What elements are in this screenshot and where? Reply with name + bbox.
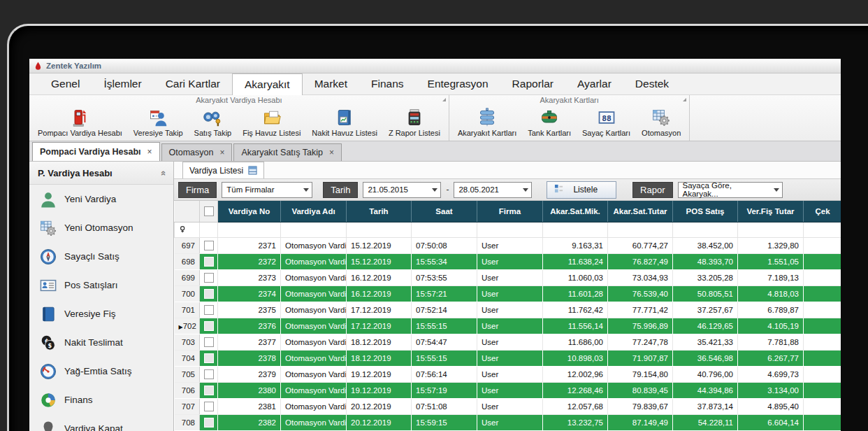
column-header-akar-sat-tutar[interactable]: Akar.Sat.Tutar	[608, 201, 673, 222]
table-row[interactable]: 7082382Otomasyon Vardiya20.12.201915:59:…	[175, 415, 841, 431]
filter-cell[interactable]	[543, 222, 608, 238]
filter-cell[interactable]	[738, 222, 804, 238]
filter-cell[interactable]	[218, 222, 281, 238]
select-all-checkbox[interactable]	[204, 206, 214, 216]
column-header-saat[interactable]: Saat	[412, 201, 477, 222]
table-row[interactable]: 6982372Otomasyon Vardiya15.12.201915:55:…	[175, 254, 841, 270]
veresiye-takip-button[interactable]: Veresiye Takip	[128, 106, 189, 141]
doc-tab-pompaci-vardiya-hesabi[interactable]: Pompaci Vardiya Hesabı×	[32, 142, 160, 161]
row-select-cell[interactable]	[200, 286, 218, 302]
filter-cell[interactable]	[347, 222, 412, 238]
column-header-vardiya-adi[interactable]: Vardiya Adı	[281, 201, 347, 222]
row-checkbox[interactable]	[204, 386, 214, 395]
sidebar-item-finans[interactable]: Finans	[29, 386, 173, 414]
row-select-cell[interactable]	[200, 302, 218, 318]
row-select-cell[interactable]	[200, 270, 218, 286]
column-header-tarih[interactable]: Tarih	[347, 201, 412, 222]
table-row[interactable]: 7042378Otomasyon Vardiya18.12.201915:55:…	[175, 351, 841, 367]
row-select-cell[interactable]	[200, 383, 218, 399]
table-row[interactable]: 7032377Otomasyon Vardiya18.12.201907:54:…	[175, 334, 841, 351]
collapse-icon[interactable]: «	[159, 170, 169, 175]
row-select-cell[interactable]	[200, 318, 218, 334]
table-row[interactable]: 7052379Otomasyon Vardiya19.12.201907:56:…	[175, 367, 841, 383]
row-checkbox[interactable]	[204, 257, 214, 267]
z-rapor-listesi-button[interactable]: Z Rapor Listesi	[383, 106, 446, 141]
filter-cell[interactable]	[673, 222, 738, 238]
sidebar-item-veresiye-fis[interactable]: Veresiye Fiş	[29, 299, 173, 328]
table-row[interactable]: 6992373Otomasyon Vardiya16.12.201907:53:…	[175, 270, 841, 286]
row-select-cell[interactable]	[200, 254, 218, 270]
table-row[interactable]: 7062380Otomasyon Vardiya19.12.201915:57:…	[175, 383, 841, 399]
row-checkbox[interactable]	[204, 369, 214, 379]
table-row[interactable]: 7072381Otomasyon Vardiya20.12.201907:51:…	[175, 399, 841, 415]
column-header-ver-fis-tutar[interactable]: Ver.Fiş Tutar	[738, 201, 804, 222]
row-select-cell[interactable]	[200, 351, 218, 367]
menu-item-entegrasyon[interactable]: Entegrasyon	[416, 73, 500, 94]
row-checkbox[interactable]	[204, 402, 214, 411]
select-all-header[interactable]	[200, 201, 218, 222]
rapor-select[interactable]: Sayaça Göre, Akaryak...	[678, 182, 783, 198]
row-checkbox[interactable]	[204, 321, 214, 331]
otomasyon-button[interactable]: Otomasyon	[636, 106, 686, 141]
row-checkbox[interactable]	[204, 418, 214, 428]
filter-cell[interactable]	[412, 222, 477, 238]
filter-cell[interactable]	[608, 222, 673, 238]
column-header-vardiya-no[interactable]: Vardiya No	[218, 201, 281, 222]
table-row[interactable]: ▶7022376Otomasyon Vardiya17.12.201915:55…	[175, 318, 841, 334]
sayac-kartlari-button[interactable]: 88Sayaç Kartları	[577, 106, 636, 141]
filter-cell[interactable]	[200, 222, 218, 238]
row-checkbox[interactable]	[204, 289, 214, 299]
row-checkbox[interactable]	[204, 241, 214, 250]
column-header-akar-sat-mik[interactable]: Akar.Sat.Mik.	[543, 201, 608, 222]
firma-select[interactable]: Tüm Firmalar	[222, 182, 312, 198]
menu-item-finans[interactable]: Finans	[359, 73, 416, 94]
sidebar-item-vardiya-kapat[interactable]: Vardiya Kapat	[29, 414, 173, 431]
row-checkbox[interactable]	[204, 353, 214, 363]
filter-cell[interactable]	[804, 222, 841, 238]
sidebar-item-pos-satislari[interactable]: Pos Satışları	[29, 271, 173, 299]
auto-filter-row[interactable]	[175, 222, 841, 238]
menu-item-destek[interactable]: Destek	[623, 73, 681, 94]
table-row[interactable]: 7002374Otomasyon Vardiya16.12.201915:57:…	[175, 286, 841, 302]
menu-item-genel[interactable]: Genel	[39, 73, 92, 94]
menu-item-raporlar[interactable]: Raporlar	[500, 73, 565, 94]
row-select-cell[interactable]	[200, 238, 218, 254]
sidebar-item-sayacli-satis[interactable]: Sayaçlı Satış	[29, 242, 173, 271]
row-select-cell[interactable]	[200, 334, 218, 351]
close-icon[interactable]: ×	[147, 147, 152, 157]
fis-havuz-listesi-button[interactable]: Fiş Havuz Listesi	[237, 106, 306, 141]
akaryakit-kartlari-button[interactable]: Akaryakıt Kartları	[452, 106, 522, 141]
table-row[interactable]: 6972371Otomasyon Vardiya15.12.201907:50:…	[175, 238, 841, 254]
table-row[interactable]: 7012375Otomasyon Vardiya17.12.201907:52:…	[175, 302, 841, 318]
column-header-cek[interactable]: Çek	[804, 201, 841, 222]
column-header-firma[interactable]: Firma	[477, 201, 543, 222]
sidebar-item-yeni-otomasyon[interactable]: Yeni Otomasyon	[29, 213, 173, 242]
tab-vardiya-listesi[interactable]: Vardiya Listesi	[182, 162, 264, 178]
menu-item-akaryakit[interactable]: Akaryakıt	[232, 73, 303, 95]
row-select-cell[interactable]	[200, 367, 218, 383]
sidebar-item-yag-emtia-satis[interactable]: Yağ-Emtia Satış	[29, 357, 173, 386]
nakit-havuz-listesi-button[interactable]: Nakit Havuz Listesi	[306, 106, 383, 141]
menu-item-ayarlar[interactable]: Ayarlar	[565, 73, 623, 94]
tank-kartlari-button[interactable]: Tank Kartları	[522, 106, 577, 141]
close-icon[interactable]: ×	[219, 148, 224, 157]
pompaci-vardiya-hesabi-button[interactable]: Pompacı Vardiya Hesabı	[32, 106, 128, 141]
menu-item-i-slemler[interactable]: İşlemler	[92, 73, 153, 94]
row-select-cell[interactable]	[200, 415, 218, 431]
sidebar-header[interactable]: P. Vardiya Hesabı «	[29, 162, 173, 185]
sidebar-item-nakit-teslimat[interactable]: ¢$Nakit Teslimat	[29, 328, 173, 357]
satis-takip-button[interactable]: Satış Takip	[189, 106, 238, 141]
date-to-picker[interactable]: 28.05.2021	[454, 182, 532, 198]
filter-cell[interactable]	[281, 222, 347, 238]
row-checkbox[interactable]	[204, 273, 214, 283]
sidebar-item-yeni-vardiya[interactable]: Yeni Vardiya	[29, 185, 173, 213]
row-checkbox[interactable]	[204, 305, 214, 315]
close-icon[interactable]: ×	[329, 148, 334, 157]
listele-button[interactable]: Listele	[547, 181, 616, 199]
date-from-picker[interactable]: 21.05.2015	[363, 182, 441, 198]
doc-tab-akaryakit-satis-takip[interactable]: Akaryakıt Satış Takip×	[233, 143, 342, 161]
column-header-pos-satis[interactable]: POS Satış	[673, 201, 738, 222]
doc-tab-otomasyon[interactable]: Otomasyon×	[161, 143, 233, 161]
menu-item-cari-kartlar[interactable]: Cari Kartlar	[154, 73, 232, 94]
row-select-cell[interactable]	[200, 399, 218, 415]
